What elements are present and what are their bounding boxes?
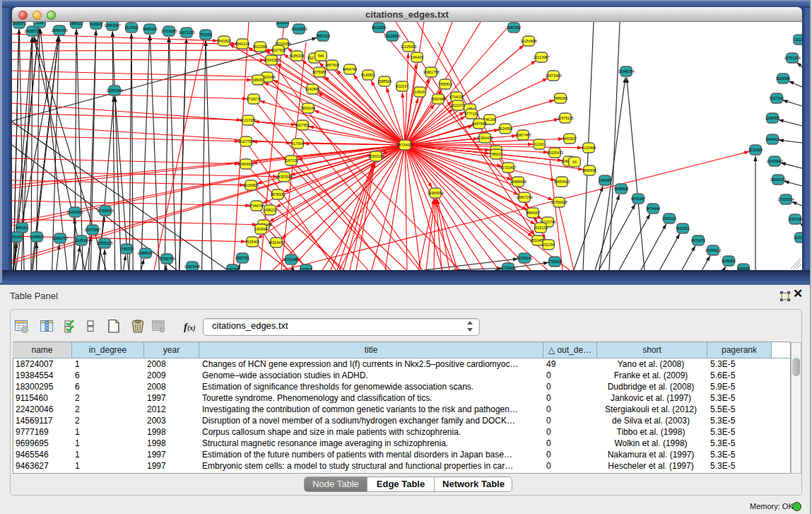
svg-text:160994: 160994 (254, 227, 266, 231)
svg-text:417004: 417004 (291, 141, 303, 146)
svg-text:166409: 166409 (411, 55, 423, 59)
svg-text:1209358: 1209358 (765, 116, 779, 120)
svg-text:10756928: 10756928 (551, 200, 567, 204)
svg-text:f(x): f(x) (184, 321, 196, 332)
svg-text:9463627: 9463627 (563, 136, 577, 141)
svg-text:8454749: 8454749 (343, 67, 357, 71)
svg-text:12213967: 12213967 (533, 55, 549, 59)
svg-text:1244415: 1244415 (765, 137, 779, 141)
svg-text:16961758: 16961758 (423, 70, 439, 74)
svg-text:1527602: 1527602 (124, 25, 139, 30)
svg-text:9777169: 9777169 (464, 112, 478, 116)
svg-text:12923446: 12923446 (184, 264, 200, 269)
svg-text:6794028: 6794028 (449, 95, 464, 99)
svg-text:14353594: 14353594 (276, 175, 292, 179)
svg-text:114519: 114519 (76, 238, 88, 243)
svg-text:1220455: 1220455 (794, 235, 802, 240)
svg-text:9242848: 9242848 (305, 87, 319, 91)
svg-text:10807487: 10807487 (514, 133, 531, 137)
svg-text:98965: 98965 (253, 78, 264, 82)
svg-text:822037: 822037 (396, 84, 408, 88)
svg-text:19384554: 19384554 (427, 191, 443, 195)
svg-text:2803144: 2803144 (301, 106, 315, 110)
svg-text:10973493: 10973493 (545, 74, 561, 78)
svg-text:10648784: 10648784 (618, 69, 634, 74)
svg-text:20206556: 20206556 (66, 210, 83, 214)
svg-text:14136141: 14136141 (516, 256, 532, 260)
svg-text:16543362: 16543362 (263, 58, 279, 62)
svg-text:920553: 920553 (276, 22, 288, 25)
svg-text:20691406: 20691406 (51, 28, 67, 33)
svg-text:3215958: 3215958 (748, 148, 763, 152)
svg-text:10025433: 10025433 (546, 151, 563, 155)
svg-text:751552: 751552 (199, 33, 211, 37)
svg-text:19654923: 19654923 (553, 180, 570, 184)
svg-text:20364436: 20364436 (476, 136, 493, 140)
svg-text:10654112: 10654112 (705, 248, 722, 252)
svg-text:7857224: 7857224 (316, 34, 330, 38)
svg-text:8878332: 8878332 (271, 192, 285, 197)
svg-text:1498222: 1498222 (263, 208, 277, 212)
svg-text:1615132: 1615132 (534, 226, 548, 230)
svg-text:9227342: 9227342 (770, 96, 784, 100)
svg-text:9474444: 9474444 (646, 206, 660, 211)
svg-text:8186328: 8186328 (290, 54, 304, 58)
svg-text:1733426: 1733426 (548, 259, 562, 264)
svg-text:1167534: 1167534 (788, 217, 802, 221)
svg-text:8912954: 8912954 (253, 45, 267, 49)
svg-text:20053346: 20053346 (106, 88, 122, 93)
svg-text:6497568: 6497568 (472, 122, 486, 126)
svg-text:546: 546 (318, 54, 324, 58)
svg-text:6966160: 6966160 (143, 27, 157, 31)
svg-text:9327505: 9327505 (271, 48, 286, 52)
svg-text:18724007: 18724007 (396, 143, 413, 147)
svg-text:17016504: 17016504 (777, 197, 794, 201)
svg-text:3267130: 3267130 (284, 158, 298, 163)
svg-text:985061: 985061 (16, 226, 28, 230)
svg-text:7663822: 7663822 (217, 39, 231, 43)
svg-text:62160: 62160 (534, 142, 545, 146)
svg-text:10653267: 10653267 (104, 23, 120, 28)
svg-text:9146821: 9146821 (361, 73, 375, 77)
svg-text:15716485: 15716485 (283, 257, 299, 262)
svg-text:12505135: 12505135 (96, 241, 112, 245)
svg-text:10958167: 10958167 (137, 251, 153, 255)
svg-text:8990448: 8990448 (431, 97, 445, 101)
svg-text:1605572: 1605572 (12, 22, 26, 25)
svg-text:8960124: 8960124 (235, 42, 249, 46)
svg-text:10654931: 10654931 (237, 162, 254, 166)
svg-text:16210643: 16210643 (766, 159, 782, 163)
svg-text:788631: 788631 (490, 152, 502, 156)
svg-text:2867608: 2867608 (325, 63, 339, 67)
svg-text:7485063: 7485063 (553, 96, 567, 100)
svg-text:9884067: 9884067 (526, 211, 540, 215)
svg-text:18807249: 18807249 (516, 195, 532, 199)
svg-text:24055724: 24055724 (24, 29, 40, 33)
svg-text:9245652: 9245652 (722, 259, 736, 263)
svg-text:11325419: 11325419 (401, 45, 417, 49)
svg-text:16782759: 16782759 (158, 257, 175, 261)
svg-text:9115460: 9115460 (582, 146, 596, 150)
svg-text:1621072: 1621072 (451, 103, 465, 107)
svg-text:15751074: 15751074 (784, 56, 800, 60)
svg-text:252254: 252254 (542, 243, 554, 247)
svg-text:16671355: 16671355 (178, 30, 194, 35)
svg-text:10154808: 10154808 (520, 39, 536, 43)
svg-text:5938928: 5938928 (614, 187, 628, 191)
svg-text:9329966: 9329966 (776, 76, 790, 81)
svg-text:16914479: 16914479 (268, 240, 284, 245)
svg-text:8427552: 8427552 (295, 123, 310, 127)
svg-text:12213389: 12213389 (240, 118, 256, 122)
svg-text:2106: 2106 (35, 22, 44, 25)
svg-text:10688609: 10688609 (510, 180, 526, 184)
svg-text:18300295: 18300295 (367, 154, 384, 158)
svg-text:924565: 924565 (737, 267, 749, 270)
svg-text:13626: 13626 (415, 90, 425, 94)
svg-text:3875685: 3875685 (312, 70, 326, 74)
svg-text:19166825: 19166825 (242, 183, 259, 187)
svg-text:7625402: 7625402 (245, 240, 259, 244)
svg-text:39154: 39154 (12, 235, 21, 239)
svg-text:8471676: 8471676 (691, 238, 705, 243)
svg-text:15692971: 15692971 (770, 177, 786, 182)
svg-text:9857791: 9857791 (235, 256, 249, 260)
